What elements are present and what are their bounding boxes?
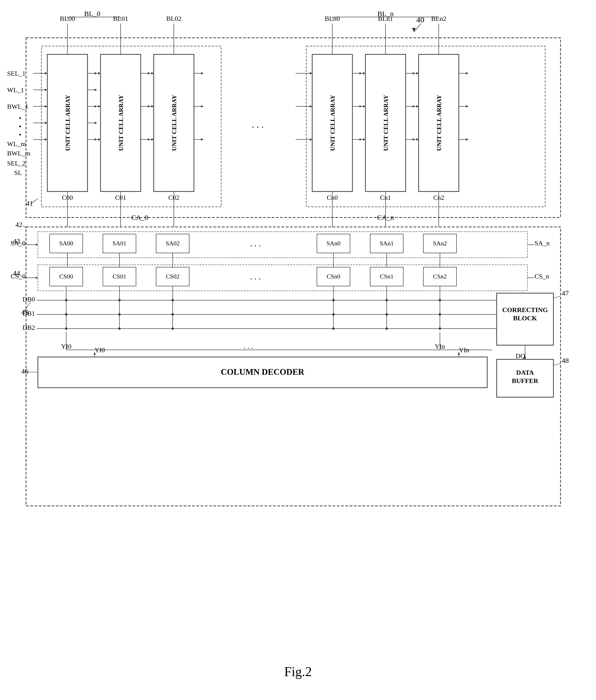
- svg-marker-49: [359, 105, 362, 108]
- db2-label: DB2: [22, 324, 35, 331]
- fig-caption: Fig.2: [284, 664, 312, 679]
- svg-marker-1: [412, 28, 416, 32]
- svg-marker-39: [201, 138, 203, 141]
- ref-41: 41: [26, 199, 33, 207]
- ref-40-label: 40: [416, 16, 424, 24]
- svg-point-144: [332, 328, 334, 330]
- bl0-group-label: BL_0: [84, 10, 100, 18]
- svg-point-151: [439, 313, 441, 316]
- csn2-label: CSn2: [433, 273, 447, 280]
- wlm-label: WL_m: [7, 140, 26, 148]
- svg-text:•: •: [19, 114, 22, 122]
- svg-marker-35: [201, 72, 203, 75]
- cs01-label: CS01: [113, 273, 126, 280]
- svg-marker-11: [95, 138, 97, 141]
- sa00-label: SA00: [59, 240, 73, 247]
- svg-point-132: [65, 328, 68, 330]
- sa01-label: SA01: [112, 240, 126, 247]
- correcting-label-1: CORRECTING: [502, 306, 548, 313]
- csn0-label: CSn0: [327, 273, 340, 280]
- svg-point-136: [118, 328, 121, 330]
- ref-48: 48: [562, 357, 569, 364]
- bln-group-label: BL_n: [377, 10, 394, 18]
- svg-marker-69: [413, 138, 415, 141]
- svg-point-134: [118, 299, 121, 302]
- sel2-label: SEL_2: [7, 160, 26, 167]
- ref-43: 43: [13, 237, 20, 245]
- sa02-label: SA02: [166, 240, 179, 247]
- svg-marker-27: [148, 138, 150, 141]
- unit-cell-c00-label: UNIT CELL ARRAY: [64, 95, 71, 151]
- svg-marker-67: [413, 105, 415, 108]
- san0-label: SAn0: [326, 240, 340, 247]
- svg-marker-23: [148, 72, 150, 75]
- ca0-label: CA_0: [131, 213, 148, 221]
- svg-point-139: [171, 313, 174, 316]
- svg-marker-81: [466, 138, 468, 141]
- svg-point-142: [332, 299, 334, 302]
- bwlm-label: BWL_m: [7, 150, 30, 157]
- unit-cell-cn0-label: UNIT CELL ARRAY: [329, 95, 336, 151]
- correcting-label-2: BLOCK: [513, 314, 537, 322]
- wl1-label: WL_1: [7, 86, 24, 94]
- sel1-label: SEL_1: [7, 70, 26, 77]
- san1-label: SAn1: [380, 240, 394, 247]
- unit-cell-c01-label: UNIT CELL ARRAY: [118, 95, 124, 151]
- bl02-label: BL02: [166, 15, 181, 22]
- svg-marker-116: [36, 277, 38, 279]
- cs02-label: CS02: [166, 273, 179, 280]
- svg-marker-7: [95, 105, 97, 108]
- unit-cell-cn2-label: UNIT CELL ARRAY: [436, 95, 443, 151]
- column-decoder-label: COLUMN DECODER: [221, 367, 304, 377]
- unit-cell-c02-label: UNIT CELL ARRAY: [171, 95, 178, 151]
- data-buffer-label-2: BUFFER: [512, 377, 539, 384]
- svg-marker-25: [148, 105, 150, 108]
- yi0-label2: YI0: [95, 346, 105, 354]
- ref-44: 44: [13, 269, 20, 277]
- svg-marker-47: [359, 72, 362, 75]
- san-label: SA_n: [535, 239, 550, 247]
- sl-label: SL: [14, 169, 22, 176]
- bwl1-label: BWL_1: [7, 103, 28, 110]
- ref-45: 45: [21, 308, 28, 316]
- csn-label: CS_n: [535, 273, 549, 280]
- svg-marker-37: [201, 105, 203, 108]
- svg-point-148: [386, 328, 388, 330]
- unit-cell-cn1-label: UNIT CELL ARRAY: [382, 95, 389, 151]
- csn1-label: CSn1: [380, 273, 394, 280]
- ref-42: 42: [16, 221, 22, 228]
- svg-line-156: [553, 296, 561, 298]
- svg-marker-77: [466, 72, 468, 75]
- svg-marker-9: [95, 122, 97, 124]
- svg-point-138: [171, 299, 174, 302]
- dq-label: DQ: [516, 352, 525, 360]
- svg-point-146: [386, 299, 388, 302]
- san2-label: SAn2: [433, 240, 447, 247]
- svg-marker-51: [359, 138, 362, 141]
- data-buffer-label-1: DATA: [516, 369, 534, 376]
- svg-marker-65: [413, 72, 415, 75]
- svg-marker-5: [95, 89, 97, 91]
- ellipsis-yi: . . .: [244, 342, 253, 351]
- svg-text:•: •: [19, 123, 22, 130]
- cs00-label: CS00: [59, 273, 73, 280]
- svg-marker-79: [466, 105, 468, 108]
- ellipsis-cells: . . .: [252, 119, 264, 130]
- svg-point-131: [65, 313, 68, 316]
- svg-point-135: [118, 313, 121, 316]
- svg-marker-3: [95, 72, 97, 75]
- svg-point-150: [439, 299, 441, 302]
- svg-point-143: [332, 313, 334, 316]
- yin-label2: YIn: [459, 346, 469, 354]
- svg-point-140: [171, 328, 174, 330]
- svg-point-152: [439, 328, 441, 330]
- svg-marker-112: [36, 243, 38, 246]
- svg-point-130: [65, 299, 68, 302]
- ellipsis-sa: . . .: [250, 239, 261, 248]
- svg-point-147: [386, 313, 388, 316]
- svg-text:•: •: [19, 131, 22, 138]
- ref-47: 47: [562, 289, 569, 297]
- db0-label: DB0: [22, 295, 35, 303]
- svg-line-0: [414, 24, 421, 32]
- svg-line-159: [553, 364, 561, 365]
